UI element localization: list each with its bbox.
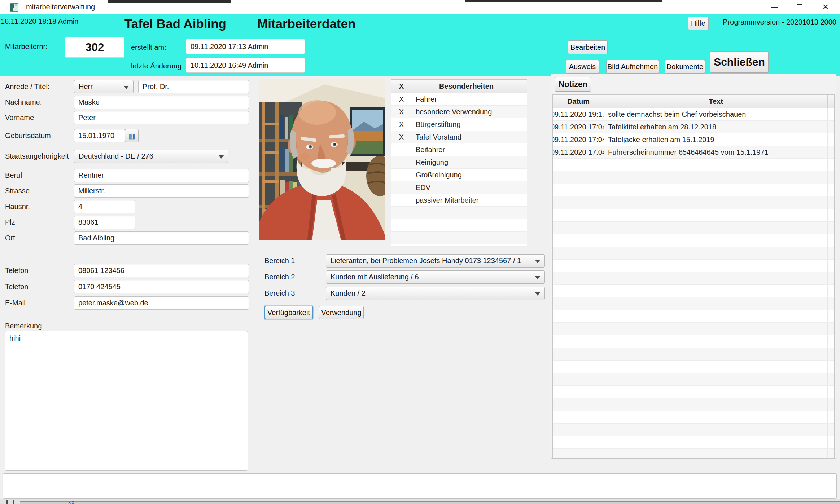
- table-row[interactable]: [553, 260, 834, 272]
- cell: [604, 159, 828, 171]
- ausweis-button[interactable]: Ausweis: [566, 60, 599, 74]
- cell: [553, 159, 604, 171]
- table-row[interactable]: 09.11.2020 17:04Führerscheinnummer 65464…: [553, 146, 834, 159]
- table-row[interactable]: [553, 449, 834, 459]
- bearbeiten-button[interactable]: Bearbeiten: [568, 40, 608, 54]
- cell: [553, 386, 604, 398]
- table-row[interactable]: [553, 285, 834, 297]
- table-row[interactable]: [553, 196, 834, 209]
- cell: [553, 234, 604, 247]
- table-row[interactable]: 09.11.2020 17:04Tafelkittel erhalten am …: [553, 121, 834, 133]
- window-title: mitarbeiterverwaltung: [26, 3, 95, 11]
- field-vorname[interactable]: Peter: [74, 111, 249, 124]
- table-row[interactable]: [553, 398, 834, 411]
- table-row[interactable]: [553, 323, 834, 335]
- combo-staatsangehoerigkeit[interactable]: Deutschland - DE / 276: [74, 150, 228, 163]
- table-row[interactable]: [553, 361, 834, 373]
- table-row[interactable]: [553, 159, 834, 171]
- table-row[interactable]: XTafel Vorstand: [391, 131, 527, 143]
- cell-spacer: [828, 398, 834, 411]
- table-row[interactable]: [553, 184, 834, 196]
- field-strasse[interactable]: Millerstr.: [74, 184, 249, 198]
- table-row[interactable]: [553, 247, 834, 260]
- table-row[interactable]: Reinigung: [391, 156, 527, 169]
- table-row[interactable]: passiver Mitarbeiter: [391, 194, 527, 207]
- table-row[interactable]: [553, 297, 834, 310]
- combo-anrede[interactable]: Herr: [74, 80, 134, 93]
- hilfe-button[interactable]: Hilfe: [688, 17, 709, 30]
- cell-spacer: [828, 196, 834, 209]
- dokumente-button[interactable]: Dokumente: [665, 60, 705, 74]
- table-row[interactable]: [553, 272, 834, 285]
- field-telefon2[interactable]: 0170 424545: [74, 280, 249, 293]
- minimize-button[interactable]: [762, 0, 787, 14]
- cell-spacer: [521, 169, 527, 181]
- table-row[interactable]: EDV: [391, 181, 527, 194]
- label-plz: Plz: [5, 218, 15, 226]
- field-beruf[interactable]: Rentner: [74, 169, 249, 182]
- cell-spacer: [521, 93, 527, 105]
- table-row[interactable]: 09.11.2020 17:04Tafeljacke erhalten am 1…: [553, 133, 834, 146]
- bemerkung-textarea[interactable]: hihi: [5, 331, 248, 471]
- table-row[interactable]: [391, 207, 527, 219]
- cell: [604, 411, 828, 423]
- combo-bereich-3[interactable]: Kunden / 2: [326, 287, 545, 300]
- erstellt-am-field[interactable]: 09.11.2020 17:13 Admin: [186, 39, 305, 54]
- field-telefon1[interactable]: 08061 123456: [74, 264, 249, 277]
- table-row[interactable]: [553, 222, 834, 234]
- notizen-button[interactable]: Notizen: [555, 77, 591, 92]
- cell: [553, 247, 604, 259]
- table-row[interactable]: [553, 335, 834, 348]
- table-row[interactable]: [553, 411, 834, 424]
- label-bereich-2: Bereich 2: [264, 273, 295, 281]
- table-row[interactable]: [553, 234, 834, 247]
- table-row[interactable]: Xbesondere Verwendung: [391, 106, 527, 118]
- table-row[interactable]: [553, 171, 834, 184]
- close-button[interactable]: ✕: [813, 0, 838, 14]
- schliessen-button[interactable]: Schließen: [710, 51, 769, 73]
- label-anrede: Anrede / Titel:: [5, 83, 49, 91]
- field-email[interactable]: peter.maske@web.de: [74, 296, 249, 310]
- column-header-besonderheiten: Besonderheiten: [412, 80, 521, 93]
- table-row[interactable]: [553, 386, 834, 398]
- cell-spacer: [828, 436, 834, 448]
- combo-bereich-2[interactable]: Kunden mit Auslieferung / 6: [326, 270, 545, 284]
- verwendung-button[interactable]: Verwendung: [319, 306, 364, 319]
- table-row[interactable]: [553, 348, 834, 361]
- cell: [553, 335, 604, 348]
- table-row[interactable]: [553, 310, 834, 323]
- table-row[interactable]: [553, 424, 834, 436]
- calendar-button[interactable]: ▦: [125, 129, 139, 142]
- field-nachname[interactable]: Maske: [74, 96, 249, 109]
- field-anrede[interactable]: Prof. Dr.: [138, 80, 249, 93]
- table-row[interactable]: XBürgerstiftung: [391, 118, 527, 131]
- mitarbeiternr-field[interactable]: 302: [65, 37, 124, 58]
- cell: [391, 169, 412, 181]
- table-row[interactable]: XFahrer: [391, 93, 527, 106]
- chevron-down-icon: [535, 260, 540, 263]
- verfuegbarkeit-button[interactable]: Verfügbarkeit: [264, 306, 313, 319]
- field-plz[interactable]: 83061: [74, 216, 135, 229]
- cell: [553, 260, 604, 272]
- maximize-button[interactable]: [787, 0, 812, 14]
- table-row[interactable]: 09.11.2020 19:17sollte demnächst beim Ch…: [553, 108, 834, 121]
- bild-aufnehmen-button[interactable]: Bild Aufnehmen: [606, 60, 659, 74]
- status-textarea[interactable]: [3, 473, 837, 499]
- table-row[interactable]: Großreinigung: [391, 169, 527, 181]
- table-row[interactable]: [553, 436, 834, 449]
- letzte-aenderung-label: letzte Änderung:: [131, 62, 184, 70]
- table-row[interactable]: [553, 373, 834, 386]
- column-header-spacer: [521, 80, 527, 93]
- label-nachname: Nachname:: [5, 98, 42, 106]
- field-ort[interactable]: Bad Aibling: [74, 231, 249, 245]
- label-geburtsdatum: Geburtsdatum: [5, 132, 51, 140]
- combo-bereich-1[interactable]: Lieferanten, bei Problemen Josefs Handy …: [326, 254, 545, 268]
- background-window-edge: [6, 500, 8, 504]
- table-row[interactable]: [553, 209, 834, 222]
- field-geburtsdatum[interactable]: 15.01.1970: [74, 129, 125, 142]
- letzte-aenderung-field[interactable]: 10.11.2020 16:49 Admin: [186, 58, 305, 73]
- table-row[interactable]: [391, 219, 527, 232]
- table-row[interactable]: Beifahrer: [391, 143, 527, 156]
- field-hausnr[interactable]: 4: [74, 200, 135, 213]
- table-row[interactable]: [391, 232, 527, 244]
